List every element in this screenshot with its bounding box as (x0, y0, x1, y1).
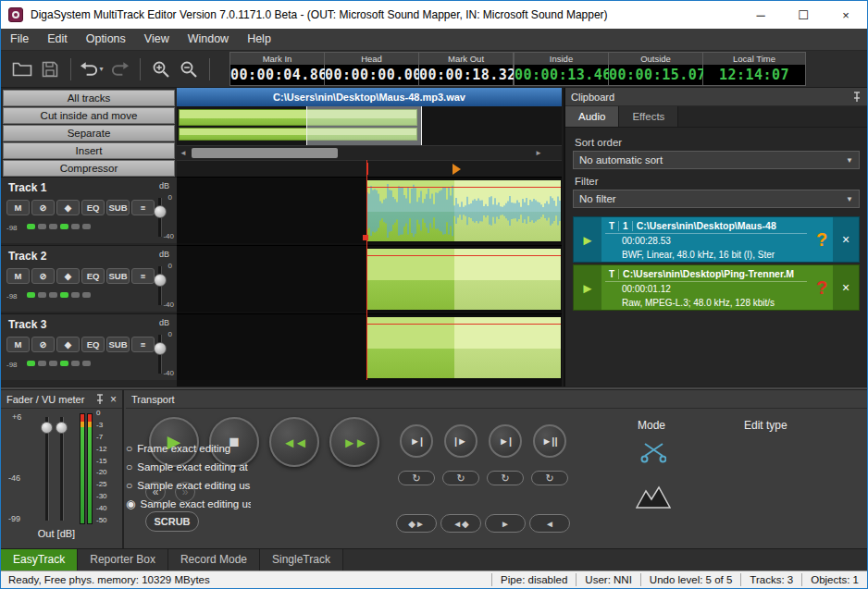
marker-next-button[interactable]: ◆► (396, 514, 437, 533)
overview-waveform[interactable] (177, 106, 562, 145)
filter-dropdown[interactable]: No filter ▼ (573, 190, 860, 208)
play-button[interactable]: ► (149, 417, 199, 467)
track-menu-button[interactable]: ≡ (131, 200, 155, 215)
mute-button[interactable]: M (6, 337, 30, 352)
eq-button[interactable]: EQ (81, 268, 105, 284)
clip-handle[interactable] (363, 235, 368, 240)
volume-envelope[interactable] (366, 255, 561, 256)
tab-easytrack[interactable]: EasyTrack (1, 549, 78, 571)
solo-button[interactable]: ⊘ (31, 200, 55, 215)
volume-envelope[interactable] (366, 187, 561, 188)
pin-icon[interactable] (95, 394, 105, 405)
radio-sample-exact-2[interactable]: ○ Sample exact editing us (126, 480, 251, 491)
maximize-button[interactable]: ☐ (782, 1, 825, 29)
sub-button[interactable]: SUB (106, 200, 130, 215)
tab-reporter-box[interactable]: Reporter Box (78, 549, 168, 571)
marker-triangle-icon[interactable] (453, 164, 461, 175)
clipboard-item[interactable]: ► T C:\Users\nin\Desktop\Ping-Trenner.M … (573, 264, 860, 311)
loaded-file-title[interactable]: C:\Users\nin\Desktop\Maus-48.mp3.wav (177, 88, 562, 106)
pan-button[interactable]: ◆ (56, 200, 80, 215)
loop-button[interactable]: ↻ (531, 471, 568, 485)
pan-button[interactable]: ◆ (56, 268, 80, 284)
solo-button[interactable]: ⊘ (31, 268, 55, 284)
pin-icon[interactable] (852, 92, 862, 103)
track-1-waveform[interactable] (177, 177, 562, 243)
menu-view[interactable]: View (135, 29, 179, 50)
playhead-cursor[interactable] (366, 160, 367, 380)
scrollbar-thumb[interactable] (192, 148, 338, 158)
stop-button[interactable]: ■ (209, 417, 259, 467)
marker-prev-button[interactable]: ◄◆ (440, 514, 481, 533)
tab-singletrack[interactable]: SingleTrack (260, 549, 343, 571)
track-fader-knob[interactable] (154, 205, 167, 218)
volume-envelope[interactable] (366, 324, 561, 325)
fast-forward-button[interactable]: ►► (329, 417, 379, 467)
insert-button[interactable]: Insert (3, 142, 175, 159)
nudge-left-button[interactable]: ◄ (529, 514, 570, 533)
timeline-ruler[interactable] (177, 160, 562, 177)
track-2-waveform[interactable] (177, 245, 562, 312)
track-menu-button[interactable]: ≡ (131, 268, 155, 284)
track-fader-knob[interactable] (154, 274, 167, 287)
play-over-cut-button[interactable]: ►|| (533, 424, 566, 458)
scroll-left-icon[interactable]: ◄ (177, 146, 190, 160)
clip-play-button[interactable]: ► (574, 265, 601, 310)
menu-options[interactable]: Options (77, 29, 135, 50)
radio-frame-exact[interactable]: ○ Frame exact editing (126, 443, 251, 454)
clipboard-item[interactable]: ► T 1 C:\Users\nin\Desktop\Maus-48 00:00… (573, 216, 860, 263)
sub-button[interactable]: SUB (106, 268, 130, 284)
redo-button[interactable] (105, 56, 133, 82)
cut-mode-button[interactable] (640, 442, 666, 468)
mute-button[interactable]: M (6, 268, 30, 284)
mute-button[interactable]: M (6, 200, 30, 215)
clip-remove-button[interactable]: × (833, 265, 859, 310)
menu-edit[interactable]: Edit (38, 29, 77, 50)
eq-button[interactable]: EQ (81, 337, 105, 352)
track-fader-knob[interactable] (154, 342, 167, 355)
menu-file[interactable]: File (1, 29, 38, 50)
all-tracks-button[interactable]: All tracks (3, 90, 175, 106)
rewind-button[interactable]: ◄◄ (269, 417, 319, 467)
horizontal-scrollbar[interactable]: ◄ ► (177, 145, 562, 160)
audio-clip-selection[interactable] (454, 317, 561, 378)
loop-button[interactable]: ↻ (442, 471, 479, 485)
tab-record-mode[interactable]: Record Mode (168, 549, 260, 571)
compressor-button[interactable]: Compressor (3, 160, 175, 177)
loop-button[interactable]: ↻ (487, 471, 524, 485)
output-fader-knob-right[interactable] (56, 422, 68, 434)
radio-sample-exact-3-selected[interactable]: ◉ Sample exact editing us (126, 498, 251, 509)
eq-button[interactable]: EQ (81, 200, 105, 215)
close-button[interactable]: × (825, 1, 867, 29)
track-3-waveform[interactable] (177, 313, 562, 380)
open-button[interactable] (8, 56, 36, 82)
audio-clip-selection[interactable] (454, 249, 561, 310)
menu-help[interactable]: Help (238, 29, 280, 50)
play-to-end-button[interactable]: ►| (489, 424, 522, 458)
sub-button[interactable]: SUB (106, 337, 130, 352)
clip-play-button[interactable]: ► (574, 217, 601, 262)
undo-button[interactable]: ▾ (78, 56, 105, 82)
menu-window[interactable]: Window (179, 29, 238, 50)
clip-remove-button[interactable]: × (833, 217, 859, 262)
overview-selection[interactable] (306, 106, 422, 145)
sort-order-dropdown[interactable]: No automatic sort ▼ (573, 151, 860, 169)
zoom-out-button[interactable] (175, 56, 203, 82)
loop-button[interactable]: ↻ (398, 471, 435, 485)
save-button[interactable] (36, 56, 64, 82)
track-menu-button[interactable]: ≡ (131, 337, 155, 352)
solo-button[interactable]: ⊘ (31, 337, 55, 352)
nudge-right-button[interactable]: ► (485, 514, 526, 533)
play-from-mark-button[interactable]: |► (444, 424, 477, 458)
tab-audio[interactable]: Audio (565, 106, 619, 127)
separate-button[interactable]: Separate (3, 125, 175, 141)
undo-dropdown-icon[interactable]: ▾ (99, 65, 103, 73)
zoom-in-button[interactable] (147, 56, 175, 82)
pan-button[interactable]: ◆ (56, 337, 80, 352)
tab-effects[interactable]: Effects (619, 106, 678, 127)
envelope-mode-button[interactable] (636, 485, 671, 512)
cut-inside-and-move-button[interactable]: Cut inside and move (3, 107, 175, 124)
play-to-mark-button[interactable]: ►| (400, 424, 433, 458)
radio-sample-exact-1[interactable]: ○ Sample exact editing at (126, 461, 251, 472)
scrub-button[interactable]: SCRUB (145, 511, 199, 532)
close-icon[interactable]: × (110, 394, 117, 405)
